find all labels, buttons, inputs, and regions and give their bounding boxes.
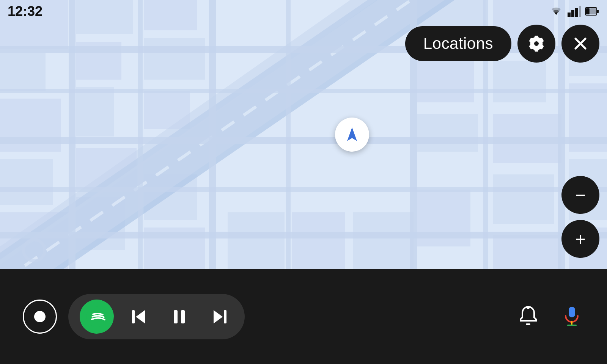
close-icon bbox=[571, 34, 590, 53]
svg-rect-52 bbox=[579, 6, 581, 17]
bottom-left-controls bbox=[23, 294, 245, 339]
svg-rect-49 bbox=[568, 13, 571, 17]
svg-rect-64 bbox=[181, 310, 185, 323]
wifi-icon bbox=[549, 6, 564, 17]
svg-rect-30 bbox=[292, 212, 345, 269]
next-icon bbox=[209, 306, 230, 327]
signal-icon bbox=[568, 6, 581, 17]
svg-marker-59 bbox=[347, 127, 357, 141]
spotify-button[interactable] bbox=[80, 300, 114, 334]
settings-button[interactable] bbox=[517, 25, 555, 63]
close-button[interactable] bbox=[561, 25, 599, 63]
status-bar: 12:32 bbox=[0, 0, 607, 23]
home-icon bbox=[34, 311, 46, 322]
svg-rect-54 bbox=[597, 10, 599, 13]
navigation-arrow bbox=[343, 125, 362, 144]
svg-rect-8 bbox=[76, 87, 114, 136]
svg-rect-50 bbox=[571, 10, 574, 17]
svg-rect-18 bbox=[417, 114, 478, 152]
top-controls: Locations bbox=[405, 25, 599, 63]
svg-rect-56 bbox=[590, 8, 596, 14]
locations-button[interactable]: Locations bbox=[405, 26, 511, 61]
bottom-right-controls bbox=[516, 304, 584, 329]
svg-point-68 bbox=[527, 306, 530, 309]
svg-rect-21 bbox=[493, 61, 546, 102]
gear-icon bbox=[527, 34, 546, 53]
battery-icon bbox=[585, 7, 599, 16]
svg-rect-4 bbox=[0, 159, 53, 205]
zoom-out-button[interactable]: − bbox=[561, 176, 599, 214]
location-marker bbox=[335, 118, 369, 152]
pause-icon bbox=[169, 306, 190, 327]
spotify-icon bbox=[86, 306, 107, 327]
svg-rect-12 bbox=[144, 38, 205, 80]
media-player-pill bbox=[68, 294, 245, 339]
svg-rect-24 bbox=[493, 235, 561, 269]
svg-rect-63 bbox=[174, 310, 178, 323]
svg-rect-2 bbox=[0, 53, 46, 91]
bell-icon bbox=[516, 304, 541, 328]
prev-button[interactable] bbox=[125, 303, 154, 331]
pause-button[interactable] bbox=[165, 303, 193, 331]
status-icons bbox=[549, 6, 599, 17]
svg-rect-23 bbox=[493, 174, 554, 224]
bottom-bar bbox=[0, 269, 607, 364]
svg-rect-55 bbox=[586, 8, 590, 14]
zoom-controls: − + bbox=[561, 176, 599, 258]
zoom-in-button[interactable]: + bbox=[561, 220, 599, 258]
prev-icon bbox=[129, 306, 150, 327]
svg-rect-61 bbox=[132, 310, 135, 323]
svg-rect-51 bbox=[575, 8, 578, 17]
svg-marker-62 bbox=[136, 310, 145, 323]
notification-button[interactable] bbox=[516, 304, 541, 329]
svg-rect-66 bbox=[224, 310, 226, 323]
home-button[interactable] bbox=[23, 300, 57, 334]
mic-icon bbox=[560, 304, 584, 328]
clock: 12:32 bbox=[8, 3, 42, 19]
svg-rect-29 bbox=[228, 212, 285, 269]
map-area[interactable]: 12:32 Location bbox=[0, 0, 607, 269]
svg-rect-69 bbox=[569, 307, 575, 317]
mic-button[interactable] bbox=[560, 304, 584, 329]
next-button[interactable] bbox=[205, 303, 233, 331]
svg-marker-65 bbox=[214, 310, 223, 323]
svg-rect-31 bbox=[353, 212, 414, 269]
